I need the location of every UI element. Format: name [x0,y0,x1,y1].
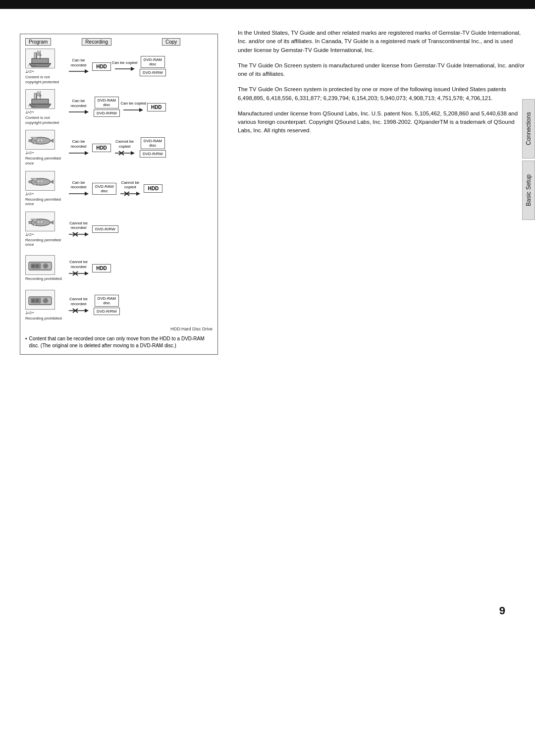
bullet-char: • [25,335,27,349]
dvd-r-rw-rec-2: DVD-R/RW [94,109,120,117]
svg-point-51 [41,221,43,223]
dvd-record-target-2: DVD-RAMdisc DVD-R/RW [94,97,120,118]
col-header-recording: Recording [82,38,111,46]
svg-rect-1 [32,58,49,63]
svg-marker-56 [85,232,89,236]
diagram-row-3: ♩♪♫~ Recording permitted once Can be rec… [25,130,213,165]
right-p1: In the United States, TV Guide and other… [238,29,525,54]
page-content: Program Recording Copy [0,9,535,365]
svg-rect-11 [32,99,49,104]
copy-arrow-4: Cannot be copied [116,180,144,197]
svg-point-71 [45,300,47,302]
hdd-box-2: HDD [147,103,166,111]
right-storage-1: DVD-RAMdisc DVD-R/RW [140,56,166,77]
row-middle-1: Can be recorded HDD Can be copied [65,56,213,77]
svg-point-60 [45,265,47,267]
row-middle-4: Can be recorded DVD-RAMdisc Cannot be co… [65,180,213,197]
bottom-note: • Content that can be recorded once can … [25,335,213,349]
svg-point-26 [38,139,40,141]
svg-marker-3 [38,51,42,55]
record-label-7: Cannot be recorded [65,297,92,306]
svg-marker-19 [139,108,143,112]
copy-label-3: Cannot be copied [111,139,138,149]
copy-arrow-3: Cannot be copied [111,139,138,156]
hdd-box-4: HDD [144,184,162,193]
hdd-label: HDD:Hard Disc Drive [25,326,213,331]
svg-rect-63 [36,265,39,268]
icon-label-7: Recording prohibited [25,316,62,321]
program-icon-4: ♩♪♫~ Recording permitted once [25,171,65,207]
side-tab-connections: Connections [522,99,535,159]
ship-icon-1 [25,49,55,68]
svg-marker-50 [29,221,32,224]
diagram-row-7: ♩♪♫~ Recording prohibited Cannot be reco… [25,289,213,322]
record-arrow-3: Can be recorded [65,139,92,156]
icon-label-3: Recording permitted once [25,156,65,165]
dvd-r-rw-5: DVD-R/RW [92,225,118,233]
record-arrow-2: Can be recorded [65,99,92,115]
svg-point-25 [41,139,43,141]
row-middle-3: Can be recorded HDD Cannot be copied [65,137,213,159]
music-notes-3: ♩♪♫~ [25,150,34,155]
svg-point-39 [38,180,40,182]
icon-label-4: Recording permitted once [25,197,65,207]
row-middle-7: Cannot be recorded DVD-RAMdisc DVD-R/RW [65,295,213,316]
icon-label-1: Content is not copyright protected [25,75,65,84]
copy-arrow-2: Can be copied [120,101,147,113]
svg-marker-37 [29,180,32,183]
svg-rect-62 [32,265,35,268]
col-headers: Program Recording Copy [25,38,213,46]
row-middle-6: Cannot be recorded HDD [65,260,213,276]
svg-rect-74 [36,299,39,302]
program-icon-1: ♩♪♫~ Content is not copyright protected [25,49,65,84]
svg-point-38 [41,180,43,182]
svg-marker-17 [85,110,89,114]
svg-marker-28 [85,151,89,155]
music-notes-4: ♩♪♫~ [25,191,34,196]
dvd-ram-7: DVD-RAMdisc [95,295,119,307]
music-notes-2: ♩♪♫~ [25,109,34,114]
svg-marker-24 [29,139,32,142]
svg-marker-67 [85,271,89,275]
side-tabs: Connections Basic Setup [522,99,535,222]
record-arrow-5: Cannot be recorded [65,221,92,238]
svg-marker-9 [131,67,135,71]
program-icon-3: ♩♪♫~ Recording permitted once [25,130,65,165]
icon-label-6: Recording prohibited [25,276,62,281]
svg-marker-7 [85,69,89,73]
diagram-row-5: ♩♪♫~ Recording permitted once Cannot be … [25,212,213,247]
row-middle-5: Cannot be recorded DVD-R/RW [65,221,213,238]
right-storage-3: DVD-RAMdisc DVD-R/RW [140,137,166,159]
dvd-r-rw-7: DVD-R/RW [94,308,120,315]
record-arrow-6: Cannot be recorded [65,260,92,276]
svg-marker-13 [38,91,42,96]
program-icon-5: ♩♪♫~ Recording permitted once [25,212,65,247]
svg-marker-21 [51,139,54,143]
diagram-row-4: ♩♪♫~ Recording permitted once Can be rec… [25,171,213,207]
dvd-right-storage-7: DVD-RAMdisc DVD-R/RW [94,295,120,316]
vcr-icon-7 [25,290,55,310]
dvd-ram-3: DVD-RAMdisc [141,137,165,149]
svg-marker-45 [136,192,140,196]
svg-marker-78 [85,309,89,313]
diagram-row-6: Recording prohibited Cannot be recorded … [25,252,213,284]
record-label-4: Can be recorded [65,180,92,190]
page-number: 9 [499,604,505,617]
plane-icon-3 [25,130,55,150]
svg-rect-73 [32,299,35,302]
dvd-r-rw-3: DVD-R/RW [140,150,166,158]
program-icon-6: Recording prohibited [25,255,65,281]
col-header-program: Program [25,38,51,46]
top-bar [0,0,535,9]
svg-marker-34 [51,180,54,184]
bullet-item: • Content that can be recorded once can … [25,335,213,349]
svg-marker-32 [131,151,135,155]
left-panel: Program Recording Copy [0,24,228,365]
side-tab-basic-setup: Basic Setup [522,161,535,220]
program-icon-7: ♩♪♫~ Recording prohibited [25,290,65,321]
svg-marker-10 [29,104,51,108]
bottom-note-text: Content that can be recorded once can on… [29,335,213,349]
plane-icon-5 [25,212,55,231]
svg-marker-41 [85,192,89,196]
row-middle-2: Can be recorded DVD-RAMdisc DVD-R/RW Can… [65,97,213,118]
